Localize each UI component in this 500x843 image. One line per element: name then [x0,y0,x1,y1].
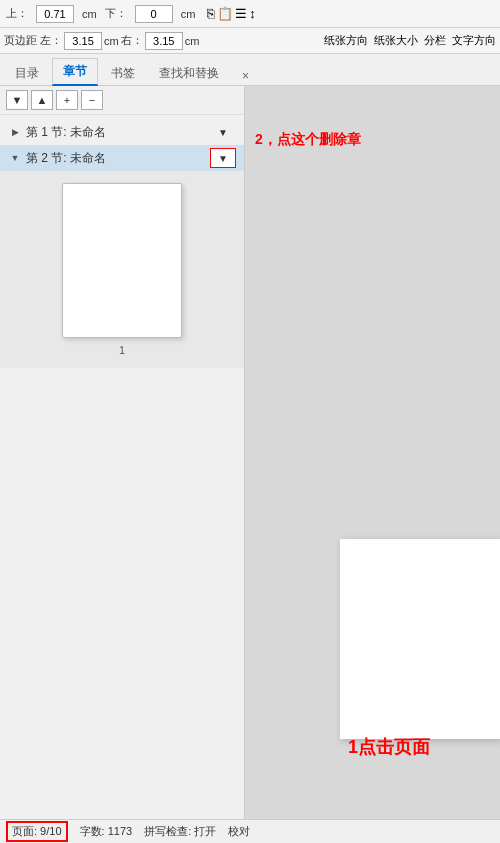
top-input[interactable] [36,5,74,23]
move-down-btn[interactable]: ▼ [6,90,28,110]
chapter2-name: 第 2 节: 未命名 [26,150,206,167]
paper-direction-btn[interactable]: 纸张方向 [324,33,368,48]
bottom-unit: cm [181,8,196,20]
thumbnail-area: 1 [0,171,244,368]
annotation-text: 2，点这个删除章 [255,131,361,149]
chapter2-dropdown-icon: ▼ [218,153,228,164]
tab-bar: 目录 章节 书签 查找和替换 × [0,54,500,86]
tab-close-btn[interactable]: × [238,67,253,85]
toolbar-row2: 页边距 左： cm 右： cm 纸张方向 纸张大小 分栏 文字方向 [0,28,500,54]
tab-bookmark[interactable]: 书签 [100,60,146,86]
chapter-list: ▶ 第 1 节: 未命名 ▼ ▼ 第 2 节: 未命名 ▼ 1 [0,115,244,819]
panel-controls: ▼ ▲ + − [0,86,244,115]
proofread-status: 校对 [228,824,250,839]
chapter1-toggle-icon: ▶ [8,125,22,139]
chapter2-toggle-icon: ▼ [8,151,22,165]
page-thumbnail[interactable] [62,183,182,338]
chapter1-dropdown-icon: ▼ [218,127,228,138]
tab-chapter[interactable]: 章节 [52,58,98,86]
spell-check-status: 拼写检查: 打开 [144,824,216,839]
page-number: 1 [119,344,125,356]
columns-btn[interactable]: 分栏 [424,33,446,48]
tab-find-replace[interactable]: 查找和替换 [148,60,230,86]
left-panel: ▼ ▲ + − ▶ 第 1 节: 未命名 ▼ ▼ 第 2 节: 未命名 ▼ [0,86,245,819]
chapter1-name: 第 1 节: 未命名 [26,124,206,141]
right-page-preview [340,539,500,739]
remove-chapter-btn[interactable]: − [81,90,103,110]
bottom-input[interactable] [135,5,173,23]
left-margin-label: 页边距 左： [4,33,62,48]
chapter1-dropdown-btn[interactable]: ▼ [210,122,236,142]
paste-icon: 📋 [217,6,233,21]
align-icon: ☰ [235,6,247,21]
instruction-text: 1点击页面 [348,735,430,759]
move-up-btn[interactable]: ▲ [31,90,53,110]
add-chapter-btn[interactable]: + [56,90,78,110]
chapter-item-1[interactable]: ▶ 第 1 节: 未命名 ▼ [0,119,244,145]
toolbar-row1: 上： cm 下： cm ⎘ 📋 ☰ ↕ [0,0,500,28]
right-panel[interactable]: 2，点这个删除章 1点击页面 [245,86,500,819]
copy-icon: ⎘ [207,6,215,21]
right-unit: cm [185,35,200,47]
bottom-label: 下： [105,6,127,21]
text-direction-btn[interactable]: 文字方向 [452,33,496,48]
chapter2-dropdown-btn[interactable]: ▼ [210,148,236,168]
right-margin-input[interactable] [145,32,183,50]
status-bar: 页面: 9/10 字数: 1173 拼写检查: 打开 校对 [0,819,500,843]
tab-toc[interactable]: 目录 [4,60,50,86]
chapter-item-2[interactable]: ▼ 第 2 节: 未命名 ▼ [0,145,244,171]
main-layout: ▼ ▲ + − ▶ 第 1 节: 未命名 ▼ ▼ 第 2 节: 未命名 ▼ [0,86,500,819]
paper-size-btn[interactable]: 纸张大小 [374,33,418,48]
right-margin-label: 右： [121,33,143,48]
word-count-status: 字数: 1173 [80,824,133,839]
left-margin-input[interactable] [64,32,102,50]
sort-icon: ↕ [249,6,256,21]
left-unit: cm [104,35,119,47]
top-unit: cm [82,8,97,20]
page-status[interactable]: 页面: 9/10 [6,821,68,842]
top-label: 上： [6,6,28,21]
